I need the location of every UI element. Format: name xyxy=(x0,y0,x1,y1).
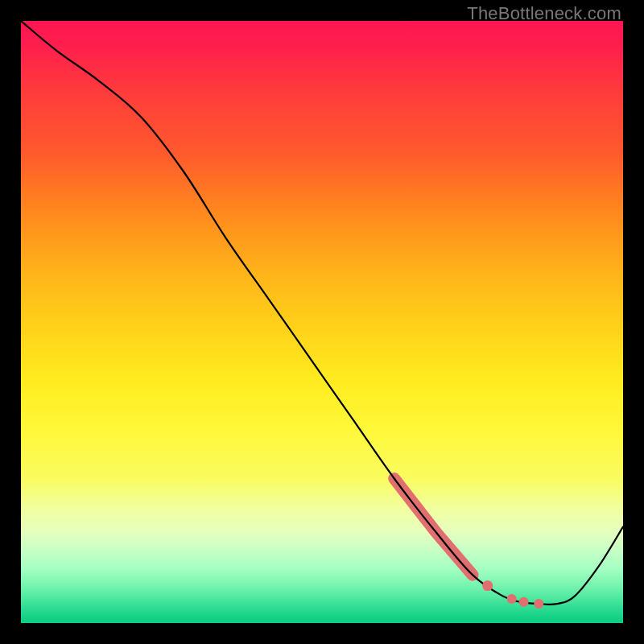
chart-dot xyxy=(482,580,493,591)
watermark-text: TheBottleneck.com xyxy=(467,3,621,24)
chart-dot xyxy=(519,597,529,607)
chart-curve xyxy=(21,21,623,605)
chart-dot xyxy=(507,594,517,604)
chart-dot xyxy=(534,599,543,609)
chart-svg xyxy=(21,21,623,623)
chart-dots-layer xyxy=(482,580,543,609)
